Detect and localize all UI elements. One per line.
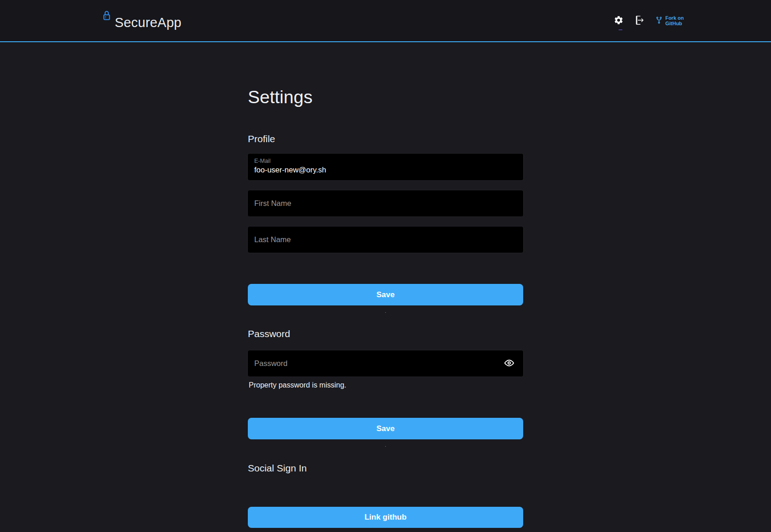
email-input[interactable] — [254, 166, 517, 174]
password-field — [248, 350, 523, 377]
password-input[interactable] — [248, 350, 523, 377]
last-name-input[interactable] — [248, 227, 523, 253]
app-title: SecureApp — [115, 15, 181, 30]
settings-button[interactable] — [613, 15, 625, 27]
password-heading: Password — [248, 328, 523, 340]
password-error-message: Property password is missing. — [248, 381, 523, 390]
logout-button[interactable] — [634, 15, 646, 27]
password-form-message: . — [248, 442, 523, 448]
logout-icon — [635, 15, 645, 27]
gear-underline-indicator — [619, 29, 622, 30]
profile-section: Profile E-Mail Save . — [248, 133, 523, 314]
save-password-button[interactable]: Save — [248, 418, 523, 439]
show-password-button[interactable] — [503, 358, 515, 370]
first-name-input[interactable] — [248, 190, 523, 216]
git-fork-icon — [655, 15, 663, 26]
eye-icon — [504, 358, 514, 370]
save-profile-button[interactable]: Save — [248, 284, 523, 305]
page-title: Settings — [248, 87, 523, 108]
profile-form-message: . — [248, 308, 523, 314]
social-sign-in-heading: Social Sign In — [248, 462, 523, 474]
fork-on-github-link[interactable]: Fork on GitHub — [655, 15, 684, 26]
app-header: SecureApp — [0, 0, 771, 42]
gear-icon — [614, 15, 624, 27]
header-actions: Fork on GitHub — [613, 15, 684, 27]
password-section: Password Property password is missing. S… — [248, 328, 523, 448]
fork-link-text: Fork on GitHub — [665, 15, 684, 26]
app-logo: SecureApp — [102, 11, 181, 30]
social-sign-in-section: Social Sign In Link github — [248, 462, 523, 528]
link-github-button[interactable]: Link github — [248, 507, 523, 528]
lock-icon — [102, 10, 112, 23]
email-field[interactable]: E-Mail — [248, 154, 523, 180]
settings-page: Settings Profile E-Mail Save . Password — [248, 42, 523, 528]
email-label: E-Mail — [254, 158, 517, 165]
profile-heading: Profile — [248, 133, 523, 145]
